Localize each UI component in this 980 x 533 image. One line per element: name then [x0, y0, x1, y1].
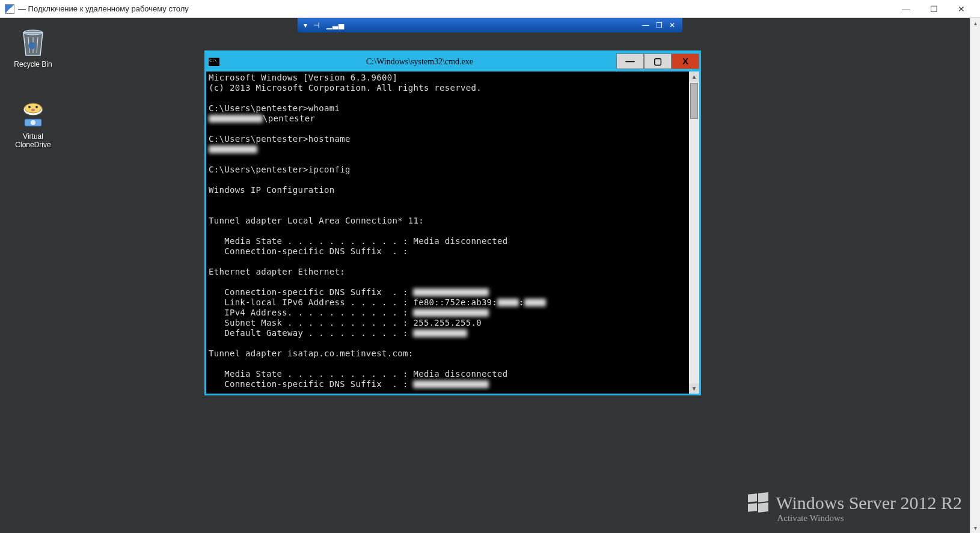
desktop-icon-label: Virtual CloneDrive [6, 132, 60, 149]
svg-point-6 [31, 109, 35, 111]
watermark-line2: Activate Windows [777, 513, 962, 523]
cmd-titlebar[interactable]: C:\Windows\system32\cmd.exe — ▢ X [206, 52, 699, 72]
cmd-icon [209, 58, 219, 66]
cmd-body: Microsoft Windows [Version 6.3.9600](c) … [206, 72, 699, 394]
rdp-icon [5, 4, 14, 14]
virtual-clonedrive-icon [17, 99, 49, 130]
windows-watermark: Windows Server 2012 R2 Activate Windows [748, 493, 962, 523]
svg-point-0 [23, 30, 43, 35]
rdp-bar-chevron-icon[interactable]: ▾ [301, 21, 310, 29]
remote-desktop[interactable]: ▾ ⊣ ▁▃▅ — ❐ ✕ Recycle Bin [0, 18, 980, 533]
desktop-icon-label: Recycle Bin [6, 60, 60, 69]
svg-point-5 [35, 106, 38, 108]
cmd-minimize-button[interactable]: — [616, 53, 644, 69]
rdp-client-titlebar: — Подключение к удаленному рабочему стол… [0, 0, 980, 18]
recycle-bin-icon [17, 26, 49, 58]
svg-point-8 [31, 120, 35, 125]
svg-point-3 [25, 103, 41, 113]
desktop-icon-virtual-clonedrive[interactable]: Virtual CloneDrive [6, 99, 60, 149]
windows-logo-icon [748, 493, 768, 513]
rdp-window-title: — Подключение к удаленному рабочему стол… [18, 4, 189, 13]
cmd-close-button[interactable]: X [672, 53, 699, 69]
desktop-icon-recycle-bin[interactable]: Recycle Bin [6, 26, 60, 69]
outer-minimize-button[interactable]: — [892, 0, 920, 18]
svg-point-1 [28, 42, 35, 49]
cmd-output[interactable]: Microsoft Windows [Version 6.3.9600](c) … [206, 72, 689, 394]
scroll-down-icon[interactable]: ▾ [970, 523, 980, 533]
svg-point-4 [28, 106, 31, 108]
scroll-thumb[interactable] [690, 83, 698, 119]
rdp-bar-pin-icon[interactable]: ⊣ [313, 21, 319, 29]
viewport-scrollbar[interactable]: ▴ ▾ [970, 18, 980, 533]
rdp-bar-minimize-button[interactable]: — [639, 20, 652, 31]
outer-close-button[interactable]: ✕ [948, 0, 975, 18]
cmd-scrollbar[interactable]: ▲ ▼ [689, 72, 699, 394]
cmd-title-text: C:\Windows\system32\cmd.exe [223, 57, 616, 67]
rdp-bar-signal-icon: ▁▃▅ [326, 21, 345, 29]
rdp-bar-restore-button[interactable]: ❐ [652, 20, 666, 31]
scroll-up-icon[interactable]: ▲ [689, 72, 699, 82]
scroll-track[interactable] [970, 28, 980, 523]
scroll-up-icon[interactable]: ▴ [970, 18, 980, 28]
watermark-line1: Windows Server 2012 R2 [776, 493, 962, 513]
cmd-maximize-button[interactable]: ▢ [644, 53, 672, 69]
scroll-down-icon[interactable]: ▼ [689, 383, 699, 394]
rdp-connection-bar[interactable]: ▾ ⊣ ▁▃▅ — ❐ ✕ [298, 18, 682, 32]
outer-maximize-button[interactable]: ☐ [920, 0, 948, 18]
rdp-bar-close-button[interactable]: ✕ [666, 20, 679, 31]
cmd-window[interactable]: C:\Windows\system32\cmd.exe — ▢ X Micros… [204, 50, 701, 395]
